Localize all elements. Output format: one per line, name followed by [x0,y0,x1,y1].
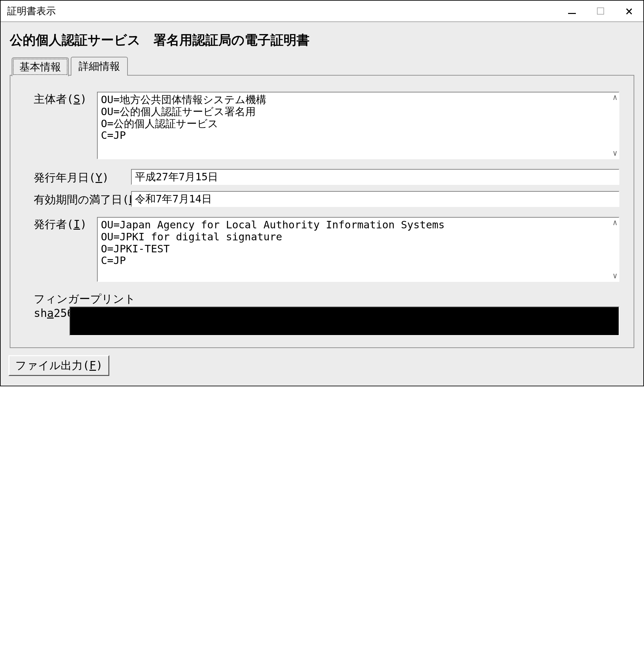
window-controls: × [558,1,643,22]
subject-field[interactable]: OU=地方公共団体情報システム機構 OU=公的個人認証サービス署名用 O=公的個… [97,92,619,159]
subject-value: OU=地方公共団体情報システム機構 OU=公的個人認証サービス署名用 O=公的個… [101,93,266,142]
minimize-icon [568,13,576,14]
file-output-button[interactable]: ファイル出力(F) [8,355,109,376]
issuer-field[interactable]: OU=Japan Agency for Local Authority Info… [97,217,619,282]
tab-panel: 主体者(S) OU=地方公共団体情報システム機構 OU=公的個人認証サービス署名… [10,75,634,348]
client-area: 公的個人認証サービス 署名用認証局の電子証明書 基本情報 詳細情報 主体者(S)… [1,22,643,386]
fingerprint-sha-label: sha256 [34,307,69,319]
expiry-label: 有効期間の満了日(E) [34,191,131,207]
issuer-row: 発行者(I) OU=Japan Agency for Local Authori… [34,217,619,282]
issue-date-label: 発行年月日(Y) [34,169,131,185]
fingerprint-label: フィンガープリント [34,291,619,307]
scroll-up-icon[interactable]: ∧ [613,218,617,227]
maximize-button [586,1,615,22]
subject-label: 主体者(S) [34,92,97,107]
tab-label: 詳細情報 [79,60,120,72]
tabs: 基本情報 詳細情報 [12,57,634,75]
button-row: ファイル出力(F) [8,355,634,376]
tab-label: 基本情報 [20,61,61,73]
close-icon: × [625,4,633,18]
expiry-value: 令和7年7月14日 [135,193,212,205]
expiry-field[interactable]: 令和7年7月14日 [131,191,619,207]
titlebar[interactable]: 証明書表示 × [1,1,643,22]
fingerprint-row: sha256 [34,307,619,336]
tab-detail-info[interactable]: 詳細情報 [71,57,128,75]
minimize-button[interactable] [558,1,586,22]
scroll-down-icon[interactable]: ∨ [613,272,617,281]
expiry-row: 有効期間の満了日(E) 令和7年7月14日 [34,191,619,207]
window-title: 証明書表示 [7,4,56,18]
scroll-down-icon[interactable]: ∨ [613,149,617,158]
issuer-value: OU=Japan Agency for Local Authority Info… [101,219,445,267]
close-button[interactable]: × [615,1,643,22]
issue-date-value: 平成27年7月15日 [135,170,218,183]
issuer-label: 発行者(I) [34,217,97,232]
fingerprint-field[interactable] [69,307,619,336]
window: 証明書表示 × 公的個人認証サービス 署名用認証局の電子証明書 基本情報 詳細情… [0,0,644,386]
scroll-up-icon[interactable]: ∧ [613,93,617,102]
issue-date-row: 発行年月日(Y) 平成27年7月15日 [34,169,619,185]
maximize-icon [597,7,604,14]
page-title: 公的個人認証サービス 署名用認証局の電子証明書 [10,31,634,49]
tab-basic-info[interactable]: 基本情報 [12,57,69,76]
subject-row: 主体者(S) OU=地方公共団体情報システム機構 OU=公的個人認証サービス署名… [34,92,619,159]
issue-date-field[interactable]: 平成27年7月15日 [131,169,619,185]
